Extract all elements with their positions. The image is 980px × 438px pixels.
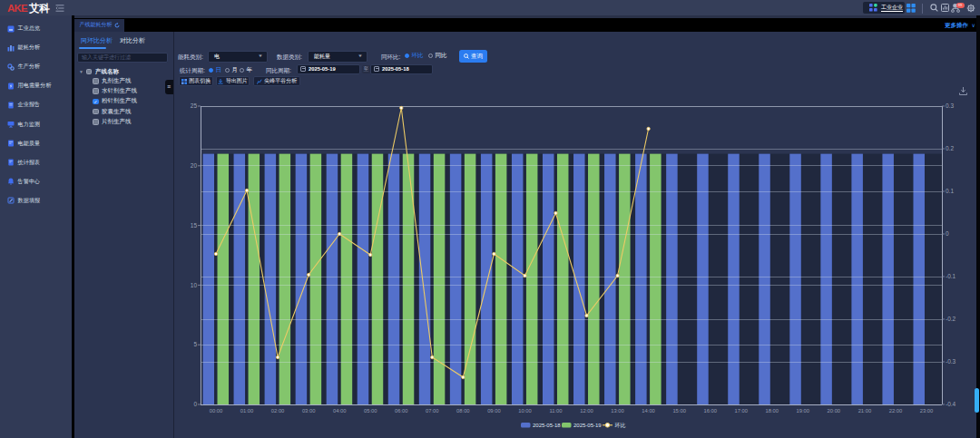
svg-text:-0.2: -0.2	[946, 316, 956, 322]
svg-text:20:00: 20:00	[828, 408, 841, 414]
svg-text:10: 10	[191, 282, 198, 288]
svg-text:2025-05-18: 2025-05-18	[533, 423, 561, 428]
svg-text:10:00: 10:00	[518, 408, 532, 414]
svg-text:0: 0	[946, 230, 949, 237]
svg-text:15: 15	[191, 222, 198, 229]
svg-text:12:00: 12:00	[580, 408, 593, 414]
svg-text:14:00: 14:00	[642, 408, 655, 414]
svg-text:18:00: 18:00	[766, 408, 779, 414]
svg-text:0.3: 0.3	[946, 102, 954, 109]
svg-text:25: 25	[191, 102, 198, 109]
svg-text:22:00: 22:00	[889, 408, 903, 414]
svg-text:19:00: 19:00	[797, 408, 810, 414]
svg-text:11:00: 11:00	[549, 408, 562, 414]
svg-text:15:00: 15:00	[672, 408, 686, 414]
svg-text:02:00: 02:00	[271, 408, 285, 414]
svg-text:07:00: 07:00	[426, 408, 439, 414]
svg-text:17:00: 17:00	[734, 408, 748, 414]
svg-text:13:00: 13:00	[611, 408, 624, 414]
svg-text:06:00: 06:00	[395, 408, 408, 414]
svg-text:20: 20	[191, 162, 198, 169]
svg-text:-0.3: -0.3	[946, 358, 956, 365]
svg-text:08:00: 08:00	[456, 408, 470, 414]
svg-text:01:00: 01:00	[240, 408, 254, 414]
svg-text:23:00: 23:00	[920, 408, 934, 414]
svg-text:16:00: 16:00	[703, 408, 717, 414]
svg-text:5: 5	[193, 341, 197, 347]
svg-text:0: 0	[193, 401, 197, 407]
svg-text:05:00: 05:00	[364, 408, 377, 414]
svg-text:-0.4: -0.4	[946, 401, 956, 407]
svg-text:-0.1: -0.1	[946, 273, 956, 279]
svg-text:21:00: 21:00	[858, 408, 872, 414]
svg-text:00:00: 00:00	[210, 408, 223, 414]
svg-text:09:00: 09:00	[487, 408, 501, 414]
svg-text:03:00: 03:00	[302, 408, 316, 414]
svg-text:04:00: 04:00	[333, 408, 347, 414]
svg-text:0.1: 0.1	[946, 188, 954, 194]
svg-text:0.2: 0.2	[946, 145, 954, 151]
svg-text:2025-05-19: 2025-05-19	[573, 423, 602, 428]
svg-text:环比: 环比	[615, 423, 626, 428]
